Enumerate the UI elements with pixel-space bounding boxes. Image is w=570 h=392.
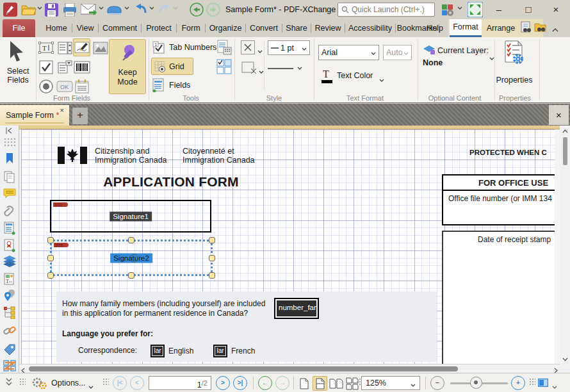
attachments-icon[interactable] xyxy=(3,205,16,218)
date-field-tool[interactable] xyxy=(73,78,90,95)
search-folder-icon[interactable] xyxy=(534,21,547,34)
zoom-in-button[interactable]: + xyxy=(511,376,525,390)
resize-handle-s[interactable] xyxy=(128,272,134,279)
scan-dropdown-chevron[interactable] xyxy=(124,2,129,5)
pages-icon[interactable] xyxy=(3,170,16,183)
save-button[interactable] xyxy=(45,2,58,17)
signature-field-tool[interactable] xyxy=(73,38,90,56)
first-page-button[interactable]: |< xyxy=(113,376,127,390)
scan-button[interactable] xyxy=(106,2,122,17)
resize-handle-w[interactable] xyxy=(47,255,54,261)
structure-icon[interactable] xyxy=(3,306,16,319)
launch-applications-button[interactable] xyxy=(441,2,456,17)
vertical-scrollbar[interactable] xyxy=(560,126,570,364)
signatures-pane-icon[interactable] xyxy=(3,239,16,252)
number-family-field[interactable]: number_fam xyxy=(274,298,319,319)
vertical-scrollbar-thumb[interactable] xyxy=(563,137,567,165)
z-order-icon[interactable] xyxy=(3,360,16,373)
display-mode-chevron[interactable] xyxy=(552,382,557,385)
history-forward-button[interactable] xyxy=(206,2,220,17)
open-dropdown-chevron[interactable] xyxy=(37,2,42,5)
continuous-layout-button[interactable] xyxy=(313,376,327,391)
select-fields-button[interactable] xyxy=(8,41,27,67)
text-field-tool[interactable]: T xyxy=(37,39,54,57)
tab-arrange[interactable]: Arrange xyxy=(483,19,519,37)
email-dropdown-chevron[interactable] xyxy=(99,2,104,5)
horizontal-scrollbar-thumb[interactable] xyxy=(29,366,458,372)
check-box-tool[interactable] xyxy=(37,58,54,76)
view-back-button[interactable]: ← xyxy=(258,376,272,390)
resize-handle-n[interactable] xyxy=(128,237,134,243)
comments-icon[interactable] xyxy=(3,188,16,200)
two-page-layout-button[interactable] xyxy=(329,376,343,391)
resize-handle-sw[interactable] xyxy=(47,272,54,279)
tab-review[interactable]: Review xyxy=(312,19,344,37)
fullscreen-button[interactable] xyxy=(468,2,483,17)
font-size-combo[interactable]: Auto xyxy=(383,45,412,60)
tags-icon[interactable] xyxy=(3,343,16,356)
dropdown-tool[interactable] xyxy=(56,58,73,76)
history-back-button[interactable] xyxy=(190,2,204,17)
fields-pane-icon[interactable] xyxy=(3,222,16,234)
document-tab-close-icon[interactable]: × xyxy=(60,106,64,114)
new-document-tab-button[interactable]: + xyxy=(72,108,88,124)
fill-color-chevron[interactable] xyxy=(259,66,264,69)
thumbnails-icon[interactable] xyxy=(3,137,16,150)
signature2-field-selected[interactable]: Signature2 xyxy=(50,240,213,276)
properties-button[interactable] xyxy=(502,40,525,67)
current-layer-chevron[interactable] xyxy=(489,53,494,56)
tab-organize[interactable]: Organize xyxy=(206,19,245,37)
options-chevron[interactable] xyxy=(88,382,94,385)
collapse-ribbon-chevron[interactable] xyxy=(552,24,557,28)
redo-dropdown-chevron[interactable] xyxy=(173,2,178,5)
search-document-icon[interactable] xyxy=(520,21,533,34)
links-icon[interactable] xyxy=(3,324,16,337)
tab-convert[interactable]: Convert xyxy=(247,19,281,37)
quick-launch-search[interactable]: Quick Launch (Ctrl+.) xyxy=(338,3,435,17)
undo-button[interactable] xyxy=(134,2,148,17)
undo-dropdown-chevron[interactable] xyxy=(149,2,154,5)
layers-icon[interactable] xyxy=(3,256,16,268)
border-color-chevron[interactable] xyxy=(257,45,263,49)
tab-comment[interactable]: Comment xyxy=(99,19,140,37)
bookmarks-icon[interactable] xyxy=(3,152,16,165)
rotation-handle[interactable] xyxy=(130,254,138,262)
page-number-input[interactable]: 1/2 xyxy=(149,376,211,390)
single-page-layout-button[interactable] xyxy=(297,376,311,391)
fill-color-button[interactable] xyxy=(241,61,257,76)
border-color-button[interactable] xyxy=(241,40,255,54)
font-family-combo[interactable]: Arial xyxy=(318,45,379,60)
resize-handle-nw[interactable] xyxy=(47,237,54,243)
scroll-down-icon[interactable] xyxy=(562,355,568,364)
scroll-up-icon[interactable] xyxy=(562,127,568,136)
fields-button[interactable]: Fields xyxy=(152,78,190,92)
document-tab[interactable]: Sample Form * × xyxy=(0,105,69,126)
launch-dropdown-chevron[interactable] xyxy=(457,2,462,5)
expand-statusbar-icon[interactable] xyxy=(5,377,13,389)
radio-button-tool[interactable] xyxy=(37,78,54,95)
keep-mode-button[interactable]: KeepMode xyxy=(109,39,146,94)
open-button[interactable] xyxy=(21,2,37,17)
tab-view[interactable]: View xyxy=(73,19,97,37)
zoom-level-combo[interactable]: 125% xyxy=(361,376,420,390)
previous-page-button[interactable]: < xyxy=(130,376,144,390)
english-checkbox-field[interactable]: lar xyxy=(151,345,165,357)
tab-protect[interactable]: Protect xyxy=(142,19,175,37)
redo-button[interactable] xyxy=(158,2,172,17)
tab-share[interactable]: Share xyxy=(283,19,310,37)
close-document-button[interactable]: × xyxy=(549,105,569,125)
signature1-field[interactable]: Signature1 xyxy=(50,200,211,233)
tab-help[interactable]: Help xyxy=(423,19,447,37)
push-button-tool[interactable]: OK xyxy=(56,78,73,95)
resize-handle-e[interactable] xyxy=(209,255,215,261)
calculate-order-icon[interactable] xyxy=(216,40,232,57)
last-page-button[interactable]: >| xyxy=(233,376,247,390)
close-button[interactable]: × xyxy=(544,0,568,19)
print-button[interactable] xyxy=(63,2,77,17)
list-box-tool[interactable] xyxy=(56,39,73,57)
zoom-out-button[interactable]: − xyxy=(430,376,444,390)
border-style-combo[interactable] xyxy=(268,61,310,76)
field-selection-icon[interactable] xyxy=(216,59,232,76)
french-checkbox-field[interactable]: lar xyxy=(213,345,227,357)
minimize-button[interactable]: – xyxy=(487,0,511,19)
